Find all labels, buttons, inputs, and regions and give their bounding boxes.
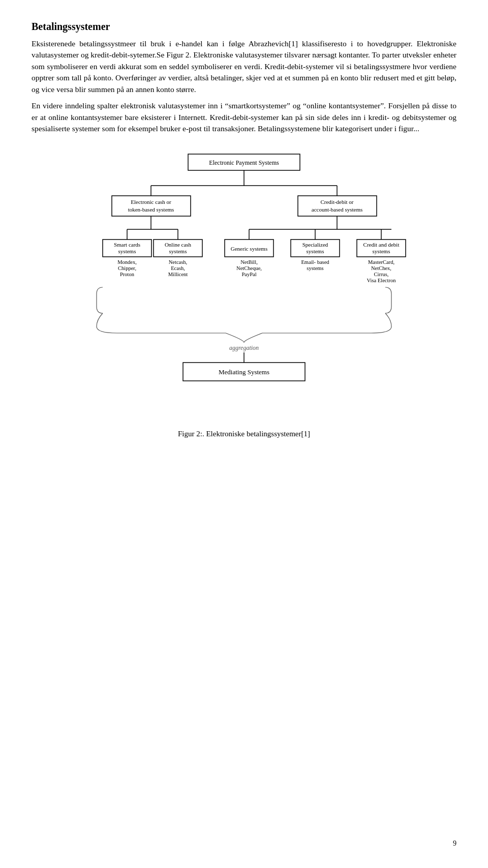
- svg-text:Generic systems: Generic systems: [231, 246, 267, 252]
- svg-text:Mondex,: Mondex,: [117, 259, 137, 265]
- svg-text:Proton: Proton: [120, 272, 135, 277]
- svg-text:Electronic cash or: Electronic cash or: [131, 199, 171, 205]
- top-box-label: Electronic Payment Systems: [209, 159, 279, 166]
- diagram-container: Electronic Payment Systems Electronic ca…: [32, 149, 456, 413]
- figure-caption: Figur 2:. Elektroniske betalingssystemer…: [32, 429, 456, 440]
- svg-text:systems: systems: [307, 248, 324, 254]
- svg-text:systems: systems: [169, 248, 187, 254]
- svg-text:Smart cards: Smart cards: [114, 242, 140, 248]
- svg-text:Credit and debit: Credit and debit: [363, 242, 400, 248]
- paragraph-1: Eksisterenede betalingssystmeer til bruk…: [32, 38, 456, 95]
- svg-text:Netcash,: Netcash,: [169, 259, 187, 265]
- svg-text:PayPal: PayPal: [241, 272, 256, 277]
- svg-text:Cirrus,: Cirrus,: [374, 272, 389, 277]
- svg-text:Ecash,: Ecash,: [171, 265, 185, 271]
- svg-text:token-based systems: token-based systems: [128, 206, 174, 213]
- page-number: 9: [453, 839, 456, 849]
- aggregation-label: aggregation: [229, 344, 259, 351]
- svg-text:Millicent: Millicent: [168, 272, 188, 277]
- svg-text:account-based systems: account-based systems: [312, 206, 363, 213]
- svg-text:NetCheque,: NetCheque,: [236, 265, 262, 271]
- svg-text:Credit-debit or: Credit-debit or: [320, 199, 353, 205]
- svg-text:NetChex,: NetChex,: [371, 265, 391, 271]
- svg-text:Specialized: Specialized: [302, 242, 328, 248]
- paragraph-2: En videre inndeling spalter elektronisk …: [32, 100, 456, 134]
- svg-text:Visa Electron: Visa Electron: [367, 278, 396, 283]
- mediating-systems-label: Mediating Systems: [219, 368, 269, 376]
- svg-text:NetBill,: NetBill,: [240, 259, 258, 265]
- svg-text:systems: systems: [118, 248, 136, 254]
- svg-text:systems: systems: [307, 265, 323, 271]
- svg-text:MasterCard,: MasterCard,: [368, 259, 394, 265]
- chapter-title: Betalingssystemer: [32, 19, 456, 34]
- svg-text:Online cash: Online cash: [165, 242, 192, 248]
- svg-text:Chipper,: Chipper,: [118, 265, 136, 271]
- svg-text:systems: systems: [373, 248, 390, 254]
- svg-text:Email- based: Email- based: [301, 259, 329, 265]
